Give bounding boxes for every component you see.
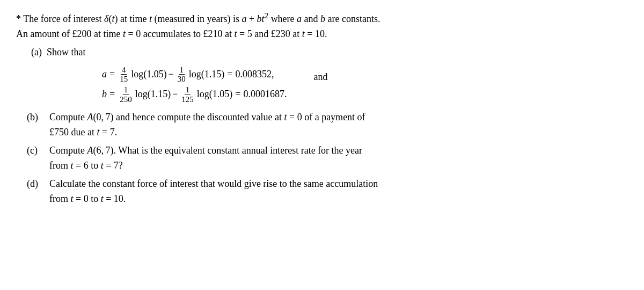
- part-b-item: (b) Compute A(0, 7) and hence compute th…: [16, 110, 628, 140]
- intro-line2: An amount of £200 at time t = 0 accumula…: [16, 27, 628, 42]
- part-d-label: (d): [27, 177, 49, 192]
- part-a-label: (a) Show that: [31, 45, 628, 60]
- intro-line1: * The force of interest δ(t) at time t (…: [16, 10, 628, 27]
- part-c-label: (c): [27, 143, 49, 158]
- part-c-item: (c) Compute A(6, 7). What is the equival…: [16, 143, 628, 173]
- page-content: * The force of interest δ(t) at time t (…: [16, 10, 628, 207]
- part-b-label: (b): [27, 110, 49, 125]
- equations-column: a = 4 15 log(1.05) − 1 30 log(1.15) = 0.…: [102, 64, 287, 105]
- part-d-content: Calculate the constant force of interest…: [49, 177, 628, 207]
- eq-b-line: b = 1 250 log(1.15) − 1 125 log(1.05) = …: [102, 84, 287, 105]
- part-d-item: (d) Calculate the constant force of inte…: [16, 177, 628, 207]
- frac-1-125: 1 125: [180, 85, 195, 104]
- part-b-content: Compute A(0, 7) and hence compute the di…: [49, 110, 628, 140]
- parts-block: (b) Compute A(0, 7) and hence compute th…: [16, 110, 628, 206]
- frac-4-15: 4 15: [119, 66, 129, 84]
- equations-block: a = 4 15 log(1.05) − 1 30 log(1.15) = 0.…: [102, 64, 628, 105]
- eq-a-line: a = 4 15 log(1.05) − 1 30 log(1.15) = 0.…: [102, 64, 274, 85]
- frac-1-30: 1 30: [177, 66, 187, 84]
- intro-block: * The force of interest δ(t) at time t (…: [16, 10, 628, 42]
- part-c-content: Compute A(6, 7). What is the equivalent …: [49, 143, 628, 173]
- frac-1-250: 1 250: [119, 85, 133, 104]
- and-word: and: [314, 64, 328, 85]
